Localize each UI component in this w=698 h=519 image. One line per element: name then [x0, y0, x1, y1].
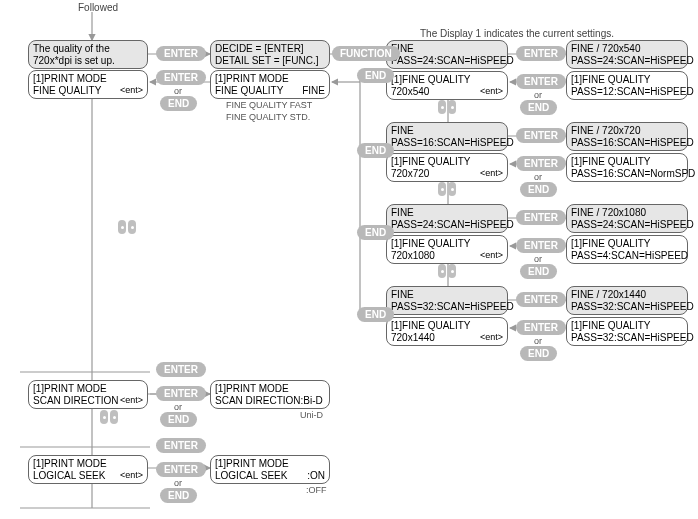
c4g4-b-l2: PASS=32:SCAN=HiSPEED [571, 332, 683, 344]
c4g2-t-l2: PASS=16:SCAN=HiSPEED [571, 137, 683, 149]
or-label: or [168, 478, 188, 488]
c3g3-t-l2: PASS=24:SCAN=HiSPEED [391, 219, 503, 231]
updown-icon[interactable] [118, 220, 136, 234]
c3g2-b-l2: 720x720 [391, 168, 429, 180]
enter-pill[interactable]: ENTER [516, 46, 566, 61]
enter-pill[interactable]: ENTER [516, 238, 566, 253]
c4g4-top: FINE / 720x1440 PASS=32:SCAN=HiSPEED [566, 286, 688, 315]
c3g4-b-l2: 720x1440 [391, 332, 435, 344]
enter-pill[interactable]: ENTER [156, 362, 206, 377]
c4g3-b-l1: [1]FINE QUALITY [571, 238, 683, 250]
enter-pill[interactable]: ENTER [516, 292, 566, 307]
c4g2-t-l1: FINE / 720x720 [571, 125, 683, 137]
enter-pill[interactable]: ENTER [516, 210, 566, 225]
c3g2-b-l1: [1]FINE QUALITY [391, 156, 503, 168]
col3-g4: FINE PASS=32:SCAN=HiSPEED [1]FINE QUALIT… [386, 286, 508, 346]
c4g3-top: FINE / 720x1080 PASS=24:SCAN=HiSPEED [566, 204, 688, 233]
pm-lo-l1: [1]PRINT MODE [215, 458, 325, 470]
or-label: or [168, 86, 188, 96]
pm-scan-bid-box: [1]PRINT MODE SCAN DIRECTION:Bi-D [210, 380, 330, 409]
enter-pill[interactable]: ENTER [516, 128, 566, 143]
enter-pill[interactable]: ENTER [516, 74, 566, 89]
c3g1-t-l2: PASS=24:SCAN=HiSPEED [391, 55, 503, 67]
decide-l2: DETAIL SET = [FUNC.] [215, 55, 325, 67]
end-pill[interactable]: END [520, 100, 557, 115]
pm-fine-l2: FINE QUALITY [33, 85, 101, 97]
ent-tag: <ent> [120, 395, 143, 407]
end-pill[interactable]: END [160, 96, 197, 111]
fq-std: FINE QUALITY STD. [226, 112, 310, 122]
followed-label: Followed [78, 2, 118, 13]
c3g1-top: FINE PASS=24:SCAN=HiSPEED [386, 40, 508, 69]
end-pill[interactable]: END [160, 412, 197, 427]
or-label: or [528, 254, 548, 264]
pm-logical-on-box: [1]PRINT MODE LOGICAL SEEK:ON [210, 455, 330, 484]
c4g1-bot: [1]FINE QUALITY PASS=12:SCAN=HiSPEED [566, 71, 688, 100]
updown-icon[interactable] [100, 410, 118, 424]
ent-tag: <ent> [480, 250, 503, 262]
pm-logical-box: [1]PRINT MODE LOGICAL SEEK<ent> [28, 455, 148, 484]
pm-sb-l2: SCAN DIRECTION:Bi-D [215, 395, 325, 407]
pm-scan-dir-box: [1]PRINT MODE SCAN DIRECTION<ent> [28, 380, 148, 409]
pm-fine-l1: [1]PRINT MODE [33, 73, 143, 85]
enter-pill[interactable]: ENTER [516, 320, 566, 335]
c3g2-top: FINE PASS=16:SCAN=HiSPEED [386, 122, 508, 151]
function-pill[interactable]: FUNCTION [332, 46, 400, 61]
c4g4-b-l1: [1]FINE QUALITY [571, 320, 683, 332]
col4-g3: FINE / 720x1080 PASS=24:SCAN=HiSPEED [1]… [566, 204, 688, 264]
c4g2-b-l1: [1]FINE QUALITY [571, 156, 683, 168]
enter-pill[interactable]: ENTER [156, 46, 206, 61]
c4g3-bot: [1]FINE QUALITY PASS=4:SCAN=HiSPEED [566, 235, 688, 264]
end-pill[interactable]: END [520, 264, 557, 279]
pm-ff-l1: [1]PRINT MODE [215, 73, 325, 85]
c4g3-b-l2: PASS=4:SCAN=HiSPEED [571, 250, 683, 262]
c4g1-t-l2: PASS=24:SCAN=HiSPEED [571, 55, 683, 67]
col4-g4: FINE / 720x1440 PASS=32:SCAN=HiSPEED [1]… [566, 286, 688, 346]
c4g3-t-l1: FINE / 720x1080 [571, 207, 683, 219]
updown-icon[interactable] [438, 182, 456, 196]
end-pill[interactable]: END [357, 143, 394, 158]
updown-icon[interactable] [438, 100, 456, 114]
off-label: :OFF [306, 485, 327, 495]
c3g3-bot: [1]FINE QUALITY 720x1080<ent> [386, 235, 508, 264]
flowchart-stage: Followed The Display 1 indicates the cur… [0, 0, 698, 519]
pm-fine-box: [1]PRINT MODE FINE QUALITY<ent> [28, 70, 148, 99]
c3g1-t-l1: FINE [391, 43, 503, 55]
c3g3-top: FINE PASS=24:SCAN=HiSPEED [386, 204, 508, 233]
fq-fast: FINE QUALITY FAST [226, 100, 312, 110]
ent-tag: <ent> [480, 168, 503, 180]
c4g4-bot: [1]FINE QUALITY PASS=32:SCAN=HiSPEED [566, 317, 688, 346]
ent-tag: <ent> [120, 470, 143, 482]
c3g4-bot: [1]FINE QUALITY 720x1440<ent> [386, 317, 508, 346]
or-label: or [528, 90, 548, 100]
pm-sb-l1: [1]PRINT MODE [215, 383, 325, 395]
ent-tag: <ent> [120, 85, 143, 97]
pm-ff-l2: FINE QUALITY [215, 85, 283, 97]
c4g3-t-l2: PASS=24:SCAN=HiSPEED [571, 219, 683, 231]
c3g4-t-l1: FINE [391, 289, 503, 301]
setup-box: The quality of the 720x*dpi is set up. [28, 40, 148, 69]
end-pill[interactable]: END [160, 488, 197, 503]
pm-lo-r2: :ON [307, 470, 325, 482]
end-pill[interactable]: END [357, 307, 394, 322]
enter-pill[interactable]: ENTER [516, 156, 566, 171]
enter-pill[interactable]: ENTER [156, 386, 206, 401]
end-pill[interactable]: END [520, 182, 557, 197]
display1-note: The Display 1 indicates the current sett… [420, 28, 614, 39]
ent-tag: <ent> [480, 332, 503, 344]
enter-pill[interactable]: ENTER [156, 438, 206, 453]
enter-pill[interactable]: ENTER [156, 70, 206, 85]
end-pill[interactable]: END [357, 225, 394, 240]
pm-ff-r2: FINE [302, 85, 325, 97]
end-pill[interactable]: END [357, 68, 394, 83]
enter-pill[interactable]: ENTER [156, 462, 206, 477]
uni-d: Uni-D [300, 410, 323, 420]
c3g4-t-l2: PASS=32:SCAN=HiSPEED [391, 301, 503, 313]
col3-g1: FINE PASS=24:SCAN=HiSPEED [1]FINE QUALIT… [386, 40, 508, 100]
pm-log-l1: [1]PRINT MODE [33, 458, 143, 470]
end-pill[interactable]: END [520, 346, 557, 361]
updown-icon[interactable] [438, 264, 456, 278]
or-label: or [528, 172, 548, 182]
c3g2-bot: [1]FINE QUALITY 720x720<ent> [386, 153, 508, 182]
pm-lo-l2: LOGICAL SEEK [215, 470, 287, 482]
